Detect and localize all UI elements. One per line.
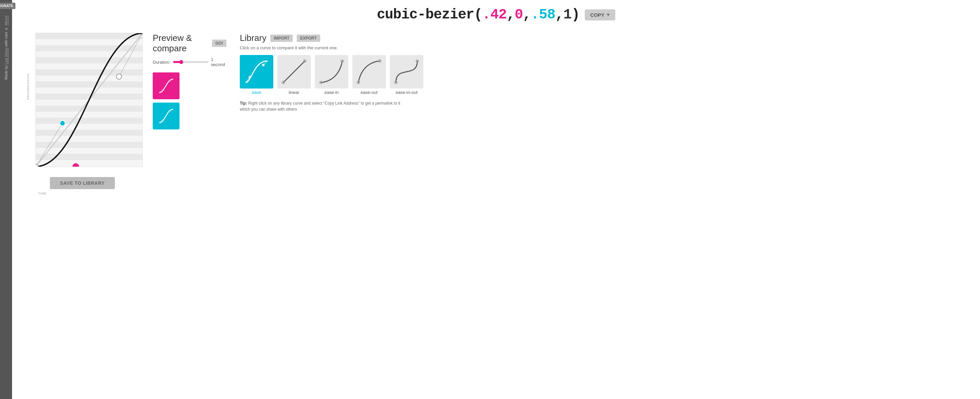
library-label-ease-in: ease-in [325, 90, 339, 95]
svg-line-15 [283, 61, 305, 83]
title-prefix: cubic-bezier( [377, 7, 482, 23]
library-subtitle: Click on a curve to compare it with the … [240, 45, 967, 50]
canvas-area: PROGRESSION [25, 33, 139, 189]
duration-label: Duration: [153, 60, 170, 65]
author-link[interactable]: Lea Verou [4, 48, 8, 64]
svg-point-13 [248, 76, 251, 78]
svg-point-6 [72, 163, 79, 167]
library-label-ease-in-out: ease-in-out [396, 90, 417, 95]
title-suffix: ) [571, 7, 579, 23]
svg-line-1 [36, 123, 63, 167]
val1: .42 [482, 7, 507, 23]
preview-section: Preview & compare GO! Duration: 1 second [153, 33, 226, 133]
asterisk-icon: ✳ [4, 27, 8, 31]
main-content: cubic-bezier(.42,0,.58,1) COPY PROGRESSI… [12, 0, 980, 203]
bezier-graph[interactable] [35, 33, 143, 167]
library-title: Library [240, 33, 266, 43]
copy-label: COPY [590, 12, 605, 18]
library-item-ease-in-out[interactable]: ease-in-out [390, 55, 423, 95]
library-label-ease-out: ease-out [361, 90, 378, 95]
comma1: , [506, 7, 514, 23]
preview-header: Preview & compare GO! [153, 33, 226, 54]
svg-point-4 [116, 74, 122, 79]
preview-box-pink [153, 72, 180, 99]
with-care-text: with care [4, 32, 8, 46]
about-link[interactable]: About [4, 16, 8, 26]
copy-dropdown-arrow-icon [606, 14, 610, 16]
library-curve-ease [240, 55, 273, 88]
val3: .58 [531, 7, 555, 23]
cubic-bezier-title: cubic-bezier(.42,0,.58,1) [377, 7, 579, 23]
import-button[interactable]: IMPORT [270, 35, 293, 42]
made-by-text: Made by [4, 65, 8, 80]
tip-text: Tip: Right click on any library curve an… [240, 100, 401, 112]
donate-button[interactable]: DONATE [0, 3, 15, 9]
library-label-ease: ease [252, 90, 261, 95]
sidebar: DONATE Made by Lea Verou with care ✳ Abo… [0, 0, 12, 399]
content-row: PROGRESSION [25, 33, 967, 189]
library-section: Library IMPORT EXPORT Click on a curve t… [240, 33, 967, 112]
duration-slider[interactable] [173, 61, 208, 63]
library-curve-ease-out [352, 55, 386, 88]
export-button[interactable]: EXPORT [297, 35, 320, 42]
library-grid: ease linear [240, 55, 967, 95]
save-to-library-button[interactable]: SAVE TO LIBRARY [50, 177, 115, 189]
time-axis-label: TIME [38, 192, 47, 195]
tip-strong: Tip: [240, 101, 247, 105]
go-button[interactable]: GO! [212, 40, 226, 47]
library-item-linear[interactable]: linear [277, 55, 311, 95]
svg-line-2 [119, 33, 142, 77]
copy-button[interactable]: COPY [585, 10, 615, 21]
val2: 0 [515, 7, 523, 23]
library-curve-linear [277, 55, 311, 88]
duration-slider-fill [173, 61, 180, 63]
library-header: Library IMPORT EXPORT [240, 33, 967, 43]
library-item-ease-out[interactable]: ease-out [352, 55, 386, 95]
library-curve-ease-in [315, 55, 348, 88]
header: cubic-bezier(.42,0,.58,1) COPY [25, 7, 967, 23]
svg-point-14 [262, 64, 265, 66]
title-line: cubic-bezier(.42,0,.58,1) COPY [377, 7, 615, 23]
library-label-linear: linear [289, 90, 299, 95]
svg-point-3 [60, 121, 65, 126]
preview-box-cyan [153, 102, 180, 129]
preview-title: Preview & compare [153, 33, 208, 54]
library-item-ease[interactable]: ease [240, 55, 273, 95]
sidebar-attribution: Made by Lea Verou with care ✳ About [3, 16, 9, 80]
library-curve-ease-in-out [390, 55, 423, 88]
val4: 1 [563, 7, 571, 23]
comma2: , [523, 7, 531, 23]
comma3: , [555, 7, 563, 23]
duration-thumb[interactable] [179, 60, 183, 64]
progression-axis-label: PROGRESSION [27, 73, 30, 100]
duration-value: 1 second [211, 57, 226, 67]
duration-row: Duration: 1 second [153, 57, 226, 67]
tip-body: Right click on any library curve and sel… [240, 101, 400, 112]
library-item-ease-in[interactable]: ease-in [315, 55, 348, 95]
